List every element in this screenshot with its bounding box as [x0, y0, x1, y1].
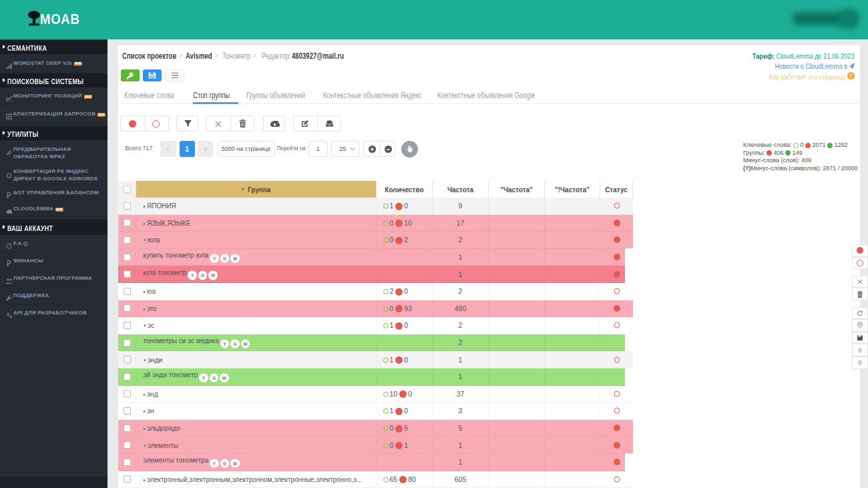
svg-text:?: ? — [8, 244, 10, 248]
